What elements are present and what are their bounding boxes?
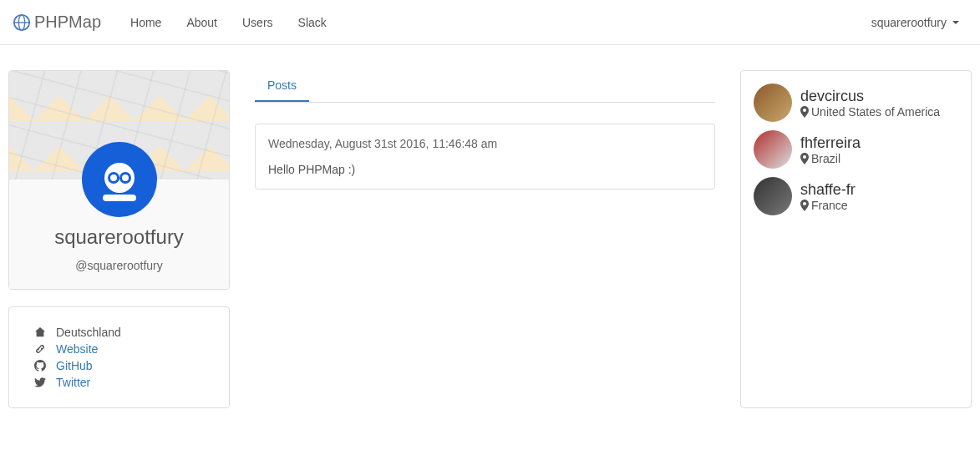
nav-home[interactable]: Home xyxy=(118,3,174,42)
post-card: Wednesday, August 31st 2016, 11:46:48 am… xyxy=(255,124,715,190)
user-info: devcircus United States of America xyxy=(800,88,940,119)
location-text: Deutschland xyxy=(56,326,121,339)
user-row[interactable]: fhferreira Brazil xyxy=(754,126,958,173)
user-name: fhferreira xyxy=(800,134,861,152)
link-row-website: Website xyxy=(34,341,204,357)
twitter-icon xyxy=(34,377,46,388)
main-column: Posts Wednesday, August 31st 2016, 11:46… xyxy=(255,70,715,408)
avatar[interactable] xyxy=(82,142,157,217)
brand[interactable]: PHPMap xyxy=(13,13,101,32)
svg-point-7 xyxy=(122,174,129,181)
map-pin-icon xyxy=(800,200,809,211)
post-body: Hello PHPMap :) xyxy=(268,163,702,176)
main-container: squarerootfury @squarerootfury Deutschla… xyxy=(0,45,980,408)
brand-text: PHPMap xyxy=(34,13,101,32)
user-info: shaffe-fr France xyxy=(800,181,856,212)
map-pin-icon xyxy=(800,153,809,164)
post-date: Wednesday, August 31st 2016, 11:46:48 am xyxy=(268,137,702,150)
user-location: Brazil xyxy=(800,152,861,165)
nav-about[interactable]: About xyxy=(174,3,230,42)
map-pin-icon xyxy=(800,106,809,118)
suggested-users: devcircus United States of America fhfer… xyxy=(740,70,972,408)
user-location-text: United States of America xyxy=(811,105,940,119)
website-link[interactable]: Website xyxy=(56,342,98,356)
link-row-location: Deutschland xyxy=(34,324,204,341)
user-avatar xyxy=(754,83,792,122)
nav-users[interactable]: Users xyxy=(230,3,286,42)
link-icon xyxy=(34,343,46,355)
user-location-text: France xyxy=(811,199,848,212)
user-name: devcircus xyxy=(800,88,940,105)
user-row[interactable]: shaffe-fr France xyxy=(754,173,958,220)
user-location: France xyxy=(800,199,856,212)
svg-point-6 xyxy=(110,174,117,181)
user-menu[interactable]: squarerootfury xyxy=(871,16,967,29)
link-row-twitter: Twitter xyxy=(34,374,204,391)
user-row[interactable]: devcircus United States of America xyxy=(754,79,958,126)
links-card: Deutschland Website GitHub Twitter xyxy=(8,306,230,408)
github-link[interactable]: GitHub xyxy=(56,359,93,372)
user-info: fhferreira Brazil xyxy=(800,134,861,165)
left-column: squarerootfury @squarerootfury Deutschla… xyxy=(8,70,230,408)
caret-down-icon xyxy=(952,21,959,24)
twitter-link[interactable]: Twitter xyxy=(56,376,90,389)
navbar: PHPMap Home About Users Slack squareroot… xyxy=(0,0,980,45)
github-icon xyxy=(34,360,46,372)
avatar-icon xyxy=(94,154,145,205)
profile-card: squarerootfury @squarerootfury xyxy=(8,70,230,290)
user-menu-label: squarerootfury xyxy=(871,16,947,29)
nav-slack[interactable]: Slack xyxy=(286,3,339,42)
user-name: shaffe-fr xyxy=(800,181,856,199)
tabs: Posts xyxy=(255,70,715,103)
profile-display-name: squarerootfury xyxy=(22,225,216,249)
profile-handle: @squarerootfury xyxy=(22,259,216,272)
user-location-text: Brazil xyxy=(811,152,840,165)
link-row-github: GitHub xyxy=(34,357,204,374)
user-location: United States of America xyxy=(800,105,940,119)
svg-rect-8 xyxy=(103,195,136,201)
nav-links: Home About Users Slack xyxy=(118,3,339,42)
map-background[interactable] xyxy=(9,71,229,179)
user-avatar xyxy=(754,177,792,215)
globe-icon xyxy=(13,13,31,32)
tab-posts[interactable]: Posts xyxy=(255,70,309,102)
home-icon xyxy=(34,326,46,338)
user-avatar xyxy=(754,130,792,169)
